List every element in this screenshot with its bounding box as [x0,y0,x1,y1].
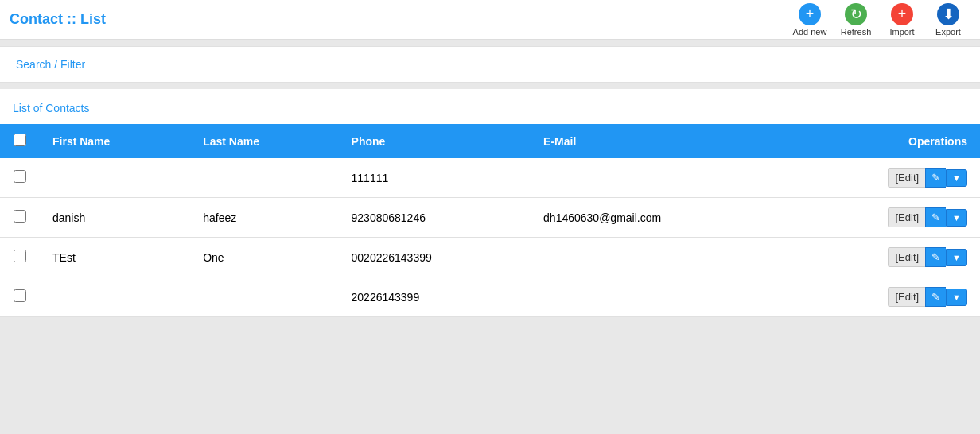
row-email: dh1460630@gmail.com [531,198,790,238]
import-label: Import [889,27,914,37]
export-icon: ⬇ [937,3,959,25]
edit-group: [Edit] ✎ ▼ [888,287,967,307]
list-title: List of Contacts [0,102,980,124]
row-lastname: One [190,238,338,277]
row-operations: [Edit] ✎ ▼ [791,238,980,277]
row-checkbox[interactable] [14,289,26,302]
refresh-label: Refresh [841,27,872,37]
search-filter-bar: Search / Filter [0,46,980,83]
edit-button[interactable]: [Edit] [888,287,925,307]
page-title: Contact :: List [10,11,106,28]
row-checkbox-cell [0,158,40,198]
col-header-lastname: Last Name [190,124,338,158]
contact-table: First Name Last Name Phone E-Mail Operat… [0,124,980,317]
row-checkbox-cell [0,238,40,277]
row-email [531,277,790,317]
col-header-operations: Operations [791,124,980,158]
row-phone: 923080681246 [339,198,531,238]
dropdown-button[interactable]: ▼ [946,169,967,187]
table-row: TEst One 0020226143399 [Edit] ✎ ▼ [0,238,980,277]
table-header-row: First Name Last Name Phone E-Mail Operat… [0,124,980,158]
dropdown-button[interactable]: ▼ [946,289,967,306]
edit-group: [Edit] ✎ ▼ [888,168,967,188]
refresh-icon: ↻ [845,3,867,25]
row-operations: [Edit] ✎ ▼ [791,158,980,198]
add-new-icon: + [799,3,821,25]
edit-icon-button[interactable]: ✎ [925,287,946,307]
main-content: List of Contacts First Name Last Name Ph… [0,89,980,317]
row-firstname [40,158,190,198]
header-actions: + Add new ↻ Refresh + Import ⬇ Export [788,0,970,40]
row-checkbox[interactable] [14,250,26,262]
row-email [531,238,790,277]
row-firstname [40,277,190,317]
row-firstname: TEst [40,238,190,277]
add-new-button[interactable]: + Add new [788,0,832,40]
select-all-checkbox[interactable] [14,134,26,146]
edit-button[interactable]: [Edit] [888,168,925,188]
edit-group: [Edit] ✎ ▼ [888,247,967,267]
select-all-header [0,124,40,158]
row-email [531,158,790,198]
row-checkbox-cell [0,277,40,317]
table-row: 20226143399 [Edit] ✎ ▼ [0,277,980,317]
edit-icon-button[interactable]: ✎ [925,207,946,227]
edit-button[interactable]: [Edit] [888,247,925,267]
row-lastname [190,158,338,198]
row-checkbox[interactable] [14,170,26,183]
refresh-button[interactable]: ↻ Refresh [834,0,878,40]
export-label: Export [935,27,961,37]
col-header-firstname: First Name [40,124,190,158]
row-phone: 0020226143399 [339,238,531,277]
row-phone: 20226143399 [339,277,531,317]
row-checkbox-cell [0,198,40,238]
header: Contact :: List + Add new ↻ Refresh + Im… [0,0,980,40]
table-row: danish hafeez 923080681246 dh1460630@gma… [0,198,980,238]
search-filter-link[interactable]: Search / Filter [16,58,85,71]
table-row: 111111 [Edit] ✎ ▼ [0,158,980,198]
row-phone: 111111 [339,158,531,198]
import-icon: + [891,3,913,25]
add-new-label: Add new [793,27,827,37]
row-checkbox[interactable] [14,210,26,223]
edit-button[interactable]: [Edit] [888,207,925,227]
col-header-phone: Phone [339,124,531,158]
row-operations: [Edit] ✎ ▼ [791,277,980,317]
col-header-email: E-Mail [531,124,790,158]
dropdown-button[interactable]: ▼ [946,209,967,227]
edit-group: [Edit] ✎ ▼ [888,207,967,227]
row-firstname: danish [40,198,190,238]
row-lastname [190,277,338,317]
edit-icon-button[interactable]: ✎ [925,168,946,188]
import-button[interactable]: + Import [880,0,924,40]
row-operations: [Edit] ✎ ▼ [791,198,980,238]
export-button[interactable]: ⬇ Export [926,0,970,40]
edit-icon-button[interactable]: ✎ [925,247,946,267]
dropdown-button[interactable]: ▼ [946,249,967,266]
row-lastname: hafeez [190,198,338,238]
